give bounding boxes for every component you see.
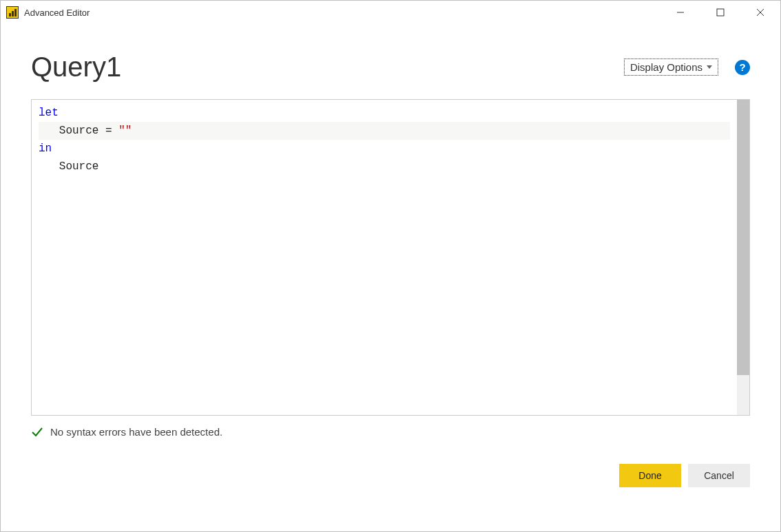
dialog-buttons: Done Cancel xyxy=(31,464,750,487)
scrollbar-thumb[interactable] xyxy=(737,100,749,375)
close-button[interactable] xyxy=(740,1,780,24)
dialog-content: Query1 Display Options ? let Source = ""… xyxy=(1,24,780,501)
titlebar: Advanced Editor xyxy=(1,1,780,24)
svg-rect-1 xyxy=(717,9,724,16)
display-options-label: Display Options xyxy=(630,61,702,73)
minimize-button[interactable] xyxy=(660,1,700,24)
display-options-dropdown[interactable]: Display Options xyxy=(624,58,718,76)
help-icon: ? xyxy=(739,61,745,73)
maximize-icon xyxy=(716,8,725,17)
check-icon xyxy=(31,425,43,438)
chevron-down-icon xyxy=(707,65,712,69)
help-button[interactable]: ? xyxy=(735,60,750,75)
maximize-button[interactable] xyxy=(700,1,740,24)
window-title: Advanced Editor xyxy=(24,8,90,18)
code-editor[interactable]: let Source = ""in Source xyxy=(31,99,750,416)
status-message: No syntax errors have been detected. xyxy=(50,426,222,438)
code-line[interactable]: Source xyxy=(39,158,730,175)
cancel-button[interactable]: Cancel xyxy=(688,464,750,487)
query-title: Query1 xyxy=(31,52,121,83)
app-icon xyxy=(6,6,19,19)
close-icon xyxy=(756,8,764,17)
code-line[interactable]: in xyxy=(39,140,730,158)
code-line[interactable]: let xyxy=(39,104,730,122)
code-line[interactable]: Source = "" xyxy=(39,122,730,140)
syntax-status: No syntax errors have been detected. xyxy=(31,425,750,438)
header-row: Query1 Display Options ? xyxy=(31,52,750,83)
editor-surface[interactable]: let Source = ""in Source xyxy=(32,100,737,415)
window-controls xyxy=(660,1,780,24)
minimize-icon xyxy=(676,8,685,17)
done-button[interactable]: Done xyxy=(619,464,681,487)
vertical-scrollbar[interactable] xyxy=(737,100,749,415)
